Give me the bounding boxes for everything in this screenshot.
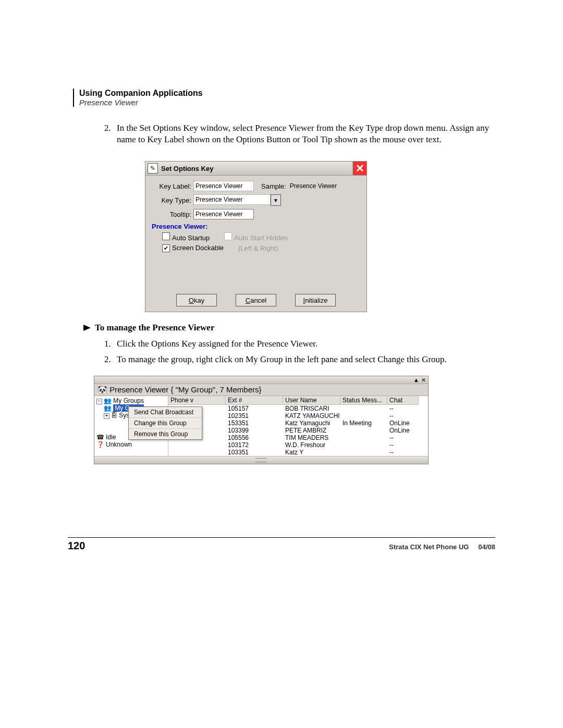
unknown-icon: ❓ xyxy=(96,441,104,448)
tree-root[interactable]: −👥 My Groups xyxy=(96,397,167,404)
context-menu: Send Chat Broadcast Change this Group Re… xyxy=(128,406,202,440)
dialog-title: Set Options Key xyxy=(161,165,352,172)
footer-rule xyxy=(68,537,495,538)
col-phone[interactable]: Phone v xyxy=(168,396,226,405)
chapter-title: Using Companion Applications xyxy=(79,89,495,98)
auto-start-hidden-checkbox: Auto Start Hidden xyxy=(224,232,288,242)
page-number: 120 xyxy=(68,540,85,552)
doc-title: Strata CIX Net Phone UG04/08 xyxy=(389,543,495,551)
close-icon[interactable]: ✕ xyxy=(352,162,366,175)
phone-icon: ☎ xyxy=(96,434,104,441)
table-row[interactable]: 102351 xyxy=(226,412,283,419)
tooltip-input[interactable]: Presence Viewer xyxy=(193,209,254,219)
step-number: 1. xyxy=(104,338,117,350)
groups-tree[interactable]: −👥 My Groups 👥 My Group +🗄 System Send C… xyxy=(94,396,168,456)
window-bottom-bar xyxy=(94,456,428,464)
dialog-icon: ✎ xyxy=(148,163,158,174)
initialize-button[interactable]: Initialize xyxy=(295,294,336,306)
step-text: Click the Options Key assigned for the P… xyxy=(117,338,495,350)
table-row[interactable]: 103172 xyxy=(226,441,283,449)
status-unknown: ❓Unknown xyxy=(96,441,167,448)
task-heading: To manage the Presence Viewer xyxy=(83,323,495,333)
step-text: In the Set Options Key window, select Pr… xyxy=(117,122,495,145)
step-text: To manage the group, right click on My G… xyxy=(117,354,495,365)
page-footer: 120 Strata CIX Net Phone UG04/08 xyxy=(68,540,495,552)
key-type-label: Key Type: xyxy=(153,196,193,204)
grip-icon[interactable] xyxy=(255,458,267,462)
dialog-titlebar[interactable]: ✎ Set Options Key ✕ xyxy=(145,162,366,176)
table-row[interactable]: 105157 xyxy=(226,405,283,412)
members-table: Phone v Ext # User Name Status Mess... C… xyxy=(168,396,428,456)
menu-remove-this-group[interactable]: Remove this Group xyxy=(129,429,202,439)
step-number: 2. xyxy=(104,122,117,145)
pv-app-icon: 🐼 xyxy=(97,385,107,394)
key-label-input[interactable]: Presence Viewer xyxy=(193,181,254,191)
auto-startup-checkbox[interactable]: Auto Startup xyxy=(162,232,210,242)
table-row[interactable]: 103399 xyxy=(226,427,283,434)
key-type-combo[interactable]: Presence Viewer ▼ xyxy=(193,194,281,206)
table-row[interactable]: 105556 xyxy=(226,434,283,441)
task-step: 2. To manage the group, right click on M… xyxy=(104,354,495,365)
task-step: 1. Click the Options Key assigned for th… xyxy=(104,338,495,350)
table-row[interactable]: 103351 xyxy=(226,449,283,456)
table-row[interactable]: 153351 xyxy=(226,419,283,427)
close-icon[interactable]: ✕ xyxy=(421,377,426,383)
pin-icon[interactable]: ▲ xyxy=(413,377,419,383)
presence-viewer-section: Presence Viewer: xyxy=(152,223,359,230)
window-chrome: ▲ ✕ xyxy=(94,376,428,384)
okay-button[interactable]: Okay xyxy=(176,294,217,306)
sample-value: Presence Viewer xyxy=(288,181,344,191)
tooltip-label: Tooltip: xyxy=(153,211,193,218)
presence-viewer-window: ▲ ✕ 🐼 Presence Viewer { "My Group", 7 Me… xyxy=(94,376,429,464)
col-status[interactable]: Status Mess... xyxy=(340,396,387,405)
arrow-icon xyxy=(83,325,91,331)
col-ext[interactable]: Ext # xyxy=(226,396,283,405)
chevron-down-icon[interactable]: ▼ xyxy=(271,194,281,206)
screen-dockable-checkbox[interactable]: ✔Screen Dockable xyxy=(162,244,224,252)
page-header: Using Companion Applications Presence Vi… xyxy=(73,89,495,107)
section-title: Presence Viewer xyxy=(79,98,495,107)
col-chat[interactable]: Chat xyxy=(387,396,419,405)
menu-send-chat-broadcast[interactable]: Send Chat Broadcast xyxy=(129,407,202,418)
menu-change-this-group[interactable]: Change this Group xyxy=(129,418,202,429)
screen-dockable-hint: (Left & Right) xyxy=(238,244,278,252)
key-label-label: Key Label: xyxy=(153,182,193,190)
col-user[interactable]: User Name xyxy=(283,396,340,405)
set-options-key-dialog: ✎ Set Options Key ✕ Key Label: Presence … xyxy=(145,161,367,312)
intro-step: 2. In the Set Options Key window, select… xyxy=(104,122,495,145)
cancel-button[interactable]: Cancel xyxy=(236,294,276,306)
sample-label: Sample: xyxy=(261,182,286,190)
step-number: 2. xyxy=(104,354,117,365)
pv-title: 🐼 Presence Viewer { "My Group", 7 Member… xyxy=(94,384,428,396)
key-type-value: Presence Viewer xyxy=(193,194,271,205)
